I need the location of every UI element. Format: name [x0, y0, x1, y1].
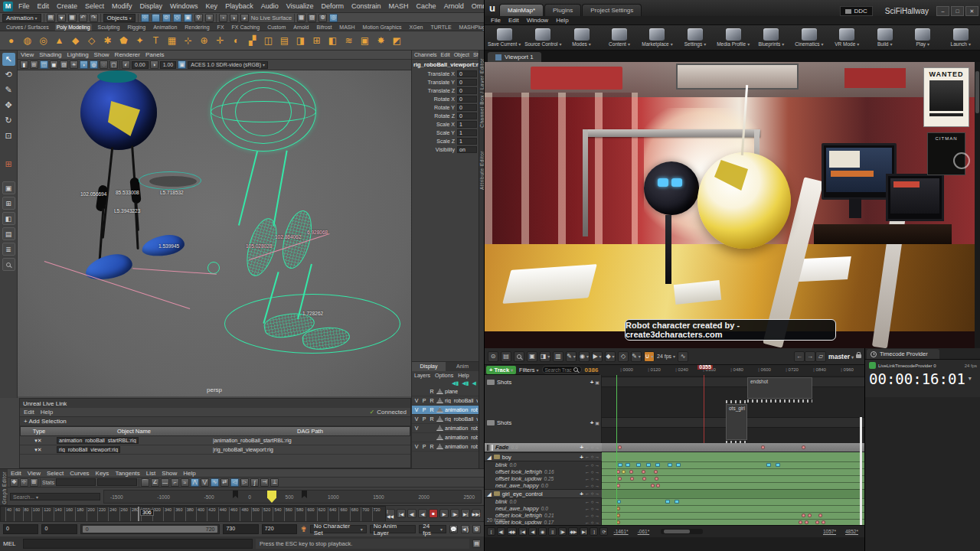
- tangent-flat-icon[interactable]: ―: [161, 478, 169, 487]
- maya-menu-item[interactable]: Audio: [257, 1, 283, 11]
- step-forward-frame-button[interactable]: |▶: [450, 509, 459, 518]
- shelf-icon[interactable]: ✛: [214, 34, 227, 47]
- camera-select-icon[interactable]: ▮: [20, 60, 28, 69]
- curve-smooth-icon[interactable]: ʃ: [250, 478, 259, 487]
- anim-layer-select[interactable]: No Anim Layer: [370, 525, 416, 533]
- viewport-scrollbar[interactable]: [975, 62, 980, 348]
- viewport-menu-item[interactable]: Renderer: [115, 51, 140, 58]
- omniverse-icon[interactable]: ◎: [329, 14, 338, 22]
- keyframe-lane-boy-blink[interactable]: [602, 461, 864, 468]
- tangent-step-icon[interactable]: ⌐: [171, 478, 179, 487]
- unreal-menu-item[interactable]: Help: [556, 17, 568, 24]
- next-key-button[interactable]: ◆▶: [568, 527, 578, 536]
- graph-menu-item[interactable]: Tangents: [115, 470, 139, 477]
- jump-to-start-button[interactable]: ◀|: [497, 527, 505, 536]
- unreal-toolbar-button[interactable]: Build: [869, 28, 901, 47]
- working-range-start[interactable]: -061*: [638, 529, 650, 534]
- key-nav-icons[interactable]: ← ○ →: [585, 514, 599, 518]
- time-snap-icon[interactable]: ⊣: [260, 478, 269, 487]
- ipr-icon[interactable]: ▨: [308, 14, 316, 22]
- keyframe[interactable]: [626, 463, 630, 467]
- textured-icon[interactable]: ▨: [60, 60, 68, 69]
- go-to-start-button[interactable]: |◀◀: [386, 509, 395, 518]
- scrollbar-thumb[interactable]: [975, 71, 979, 113]
- add-shot-icon[interactable]: +: [590, 419, 594, 426]
- layer-row[interactable]: VPRanimation_robo8a: [412, 442, 479, 452]
- attribute-value[interactable]: 0: [457, 87, 477, 94]
- unreal-toolbar-button[interactable]: Settings: [679, 28, 711, 47]
- zoom-tool-icon[interactable]: [2, 258, 15, 271]
- render-icon[interactable]: ▩: [297, 14, 305, 22]
- selection-mask-select[interactable]: Objects: [103, 14, 136, 22]
- layer-row-selected[interactable]: VPRanimation_robo8a: [412, 406, 479, 415]
- anim-prefs-icon[interactable]: ⚙: [472, 525, 481, 533]
- maya-menu-item[interactable]: Cache: [413, 1, 440, 11]
- track-row[interactable]: offset look_updow0.25 ← ○ →: [485, 475, 602, 482]
- keyframe[interactable]: [642, 470, 645, 474]
- range-slider-handle[interactable]: 0 720: [83, 526, 218, 533]
- lighting-icon[interactable]: ☀: [70, 60, 78, 69]
- layout-single-icon[interactable]: ▣: [2, 181, 15, 194]
- unreal-menu-item[interactable]: Window: [527, 17, 548, 24]
- minimize-button[interactable]: –: [936, 6, 949, 16]
- graph-search-input[interactable]: Search...: [10, 493, 100, 500]
- unreal-toolbar-button[interactable]: Blueprints: [755, 28, 787, 47]
- clip-endshot[interactable]: endshot: [747, 377, 812, 399]
- tangent-spline-icon[interactable]: ⌒: [141, 478, 149, 487]
- keyframe[interactable]: [618, 445, 622, 449]
- paint-select-tool-icon[interactable]: ✎: [2, 83, 15, 96]
- playback-start-field[interactable]: 0: [41, 524, 77, 534]
- save-sequence-icon[interactable]: ⊙: [488, 351, 498, 362]
- key-nav-icons[interactable]: ← ○ →: [585, 500, 599, 504]
- shadows-icon[interactable]: ◗: [80, 60, 88, 69]
- tab-display[interactable]: Display: [412, 362, 446, 371]
- script-editor-icon[interactable]: ▤: [472, 540, 481, 548]
- seq-fps-select[interactable]: 24 fps: [657, 354, 675, 359]
- loop-button[interactable]: ⟳: [599, 527, 608, 536]
- keyframe[interactable]: [629, 470, 633, 474]
- layout-list-icon[interactable]: ≣: [2, 243, 15, 256]
- attribute-value[interactable]: 0: [457, 112, 477, 119]
- playhead-line[interactable]: [138, 507, 139, 523]
- shelf-tab[interactable]: MASH: [338, 24, 356, 31]
- attribute-value[interactable]: on: [457, 146, 477, 153]
- snap-surface-icon[interactable]: ▣: [184, 14, 192, 22]
- graph-menu-item[interactable]: View: [28, 470, 41, 477]
- add-track-button[interactable]: + Track: [486, 366, 516, 374]
- keyframe[interactable]: [766, 463, 771, 467]
- track-row[interactable]: blink0.0 ← ○ →: [485, 461, 602, 468]
- table-row[interactable]: ▾✕ rig_roboBall_viewport:rig |rig_roboBa…: [20, 445, 410, 455]
- wireframe-icon[interactable]: ◫: [40, 60, 48, 69]
- scale-tool-icon[interactable]: ⊡: [2, 129, 15, 142]
- object-name-field[interactable]: animation_roboBall_startRBL:rig: [57, 437, 139, 444]
- play-reverse-button[interactable]: ◀: [528, 527, 537, 536]
- actions-icon[interactable]: ✎: [566, 351, 577, 362]
- snap-curve-icon[interactable]: ⌒: [152, 14, 160, 22]
- snapping-magnet-icon[interactable]: ∪: [644, 351, 655, 362]
- live-link-menu-edit[interactable]: Edit: [24, 409, 34, 416]
- maya-menu-item[interactable]: Visualize: [283, 1, 318, 11]
- add-shot-icon[interactable]: +: [590, 379, 594, 386]
- construction-icon-2[interactable]: ◑: [230, 14, 238, 22]
- record-button[interactable]: ◉: [538, 527, 547, 536]
- add-icon[interactable]: +: [580, 454, 583, 461]
- filters-button[interactable]: Filters: [519, 367, 538, 373]
- open-scene-icon[interactable]: ▼: [57, 14, 66, 22]
- unreal-viewport[interactable]: WANTED CITMAN Robot character created by…: [485, 62, 980, 348]
- go-to-end-button[interactable]: ▶▶|: [472, 509, 481, 518]
- shelf-tab[interactable]: Arnold: [292, 24, 310, 31]
- playback-start-line[interactable]: [616, 375, 617, 525]
- pre-infinity-icon[interactable]: ◁: [230, 478, 239, 487]
- create-camera-icon[interactable]: ▣: [527, 351, 537, 362]
- viewport-menu-item[interactable]: Show: [94, 51, 109, 58]
- select-edit-options-icon[interactable]: ◆: [605, 351, 616, 362]
- gamma-icon[interactable]: ◑: [150, 60, 158, 69]
- shelf-tab[interactable]: TURTLE: [429, 24, 452, 31]
- view-options-icon[interactable]: ◉: [579, 351, 590, 362]
- graph-menu-item[interactable]: List: [146, 470, 155, 477]
- graph-menu-item[interactable]: Curves: [70, 470, 89, 477]
- key-nav-icons[interactable]: ← ○ →: [585, 520, 599, 525]
- key-nav-icons[interactable]: ← ○ →: [585, 484, 599, 488]
- attribute-value[interactable]: 1: [457, 121, 477, 128]
- layer-menu-item[interactable]: Help: [458, 373, 469, 378]
